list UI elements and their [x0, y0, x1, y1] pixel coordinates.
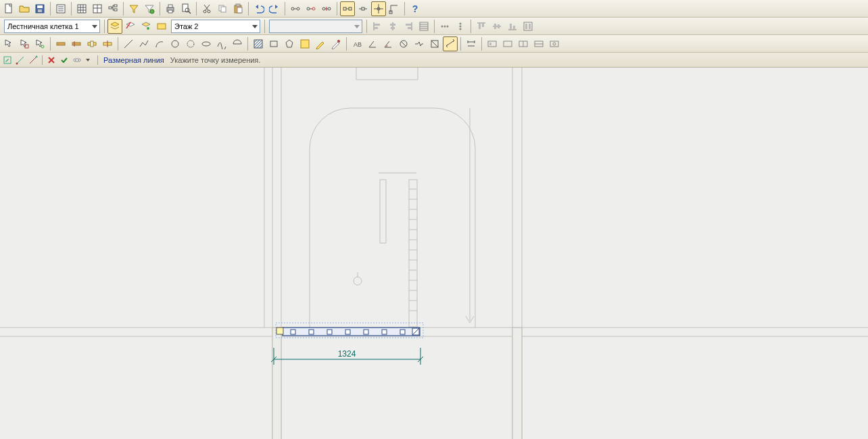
view1-button[interactable]: [485, 36, 500, 51]
polyline-button[interactable]: [137, 36, 151, 51]
copy-button[interactable]: [215, 1, 230, 16]
separator: [404, 2, 405, 16]
form-button[interactable]: [53, 1, 68, 16]
align-center-button[interactable]: [385, 19, 400, 34]
wall1-button[interactable]: [53, 36, 68, 51]
accept-button[interactable]: [58, 54, 70, 66]
filter1-button[interactable]: [126, 1, 141, 16]
svg-rect-34: [237, 7, 242, 13]
svg-rect-154: [409, 180, 417, 327]
tree-button[interactable]: [105, 1, 120, 16]
arc2-button[interactable]: [230, 36, 245, 51]
wall4-button[interactable]: [100, 36, 115, 51]
svg-rect-122: [489, 43, 491, 45]
angle1-button[interactable]: [365, 36, 380, 51]
command-label: Размерная линия: [101, 56, 167, 64]
svg-rect-176: [327, 330, 332, 334]
save-button[interactable]: [32, 1, 47, 16]
cursor1-button[interactable]: [1, 36, 16, 51]
vis2-button[interactable]: [139, 19, 153, 34]
angle2-button[interactable]: [381, 36, 395, 51]
undo-button[interactable]: [251, 1, 266, 16]
wall2-button[interactable]: [69, 36, 84, 51]
edit2-button[interactable]: [329, 36, 343, 51]
view2-button[interactable]: [500, 36, 515, 51]
svg-rect-79: [482, 24, 484, 27]
diag1-mini-button[interactable]: [14, 54, 26, 66]
line-button[interactable]: [121, 36, 136, 51]
options-button[interactable]: [71, 54, 83, 66]
cut-button[interactable]: [199, 1, 214, 16]
svg-rect-147: [272, 328, 281, 439]
wall3-button[interactable]: [85, 36, 99, 51]
link1-button[interactable]: [288, 1, 303, 16]
svg-rect-87: [525, 24, 527, 29]
vis1-button[interactable]: [123, 19, 138, 34]
new-button[interactable]: [1, 1, 16, 16]
svg-rect-109: [301, 40, 309, 48]
svg-rect-128: [550, 41, 558, 47]
link3-button[interactable]: [319, 1, 334, 16]
crosshair-button[interactable]: [371, 1, 386, 16]
spline-button[interactable]: [214, 36, 229, 51]
view3-button[interactable]: [516, 36, 531, 51]
style-dropdown[interactable]: [269, 20, 362, 33]
vis3-button[interactable]: [154, 19, 169, 34]
measure-button[interactable]: [443, 36, 458, 51]
layer-dropdown[interactable]: Лестничная клетка 1: [4, 20, 100, 33]
circle1-button[interactable]: [168, 36, 183, 51]
print-button[interactable]: [163, 1, 178, 16]
hatch-button[interactable]: [251, 36, 266, 51]
align-just-button[interactable]: [416, 19, 431, 34]
poly-button[interactable]: [282, 36, 297, 51]
separator: [123, 2, 124, 16]
cancel-button[interactable]: [45, 54, 57, 66]
cursor2-button[interactable]: [17, 36, 32, 51]
svg-text:AB: AB: [354, 41, 362, 48]
rect2-button[interactable]: [427, 36, 442, 51]
region-button[interactable]: [297, 36, 312, 51]
rect-button[interactable]: [266, 36, 281, 51]
dist-h-button[interactable]: [437, 19, 452, 34]
svg-rect-179: [382, 330, 387, 334]
filter2-button[interactable]: [142, 1, 157, 16]
grid1-button[interactable]: [74, 1, 89, 16]
snap2-button[interactable]: [356, 1, 370, 16]
align-left-button[interactable]: [370, 19, 385, 34]
floor-dropdown[interactable]: Этаж 2: [171, 20, 260, 33]
snap1-button[interactable]: [340, 1, 355, 16]
help-button[interactable]: ?: [408, 1, 423, 16]
edit-mini-button[interactable]: [1, 54, 14, 66]
corner-snap-button[interactable]: [387, 1, 402, 16]
prohibit-button[interactable]: [396, 36, 411, 51]
break-button[interactable]: [412, 36, 427, 51]
align-bot-button[interactable]: [505, 19, 520, 34]
edit1-button[interactable]: [313, 36, 328, 51]
open-button[interactable]: [17, 1, 32, 16]
align-mid-button[interactable]: [489, 19, 504, 34]
redo-button[interactable]: [267, 1, 282, 16]
view4-button[interactable]: [531, 36, 546, 51]
separator: [104, 20, 105, 33]
options-dropdown-toggle[interactable]: [84, 54, 92, 66]
diag2-mini-button[interactable]: [27, 54, 39, 66]
align-top-button[interactable]: [474, 19, 489, 34]
paste-button[interactable]: [231, 1, 245, 16]
svg-rect-45: [343, 7, 346, 10]
ellipse-button[interactable]: [199, 36, 214, 51]
drawing-canvas[interactable]: 1324: [0, 68, 868, 439]
align-stretch-button[interactable]: [521, 19, 535, 34]
dim-button[interactable]: [464, 36, 479, 51]
layers-button[interactable]: [107, 19, 122, 34]
dist-v-button[interactable]: [453, 19, 468, 34]
grid2-button[interactable]: [90, 1, 105, 16]
text-button[interactable]: AB: [349, 36, 364, 51]
preview-button[interactable]: [178, 1, 193, 16]
view5-button[interactable]: [547, 36, 562, 51]
align-right-button[interactable]: [401, 19, 416, 34]
circle2-button[interactable]: [183, 36, 198, 51]
arc1-button[interactable]: [152, 36, 167, 51]
svg-line-104: [254, 40, 260, 45]
cursor3-button[interactable]: [32, 36, 47, 51]
link2-button[interactable]: [304, 1, 318, 16]
